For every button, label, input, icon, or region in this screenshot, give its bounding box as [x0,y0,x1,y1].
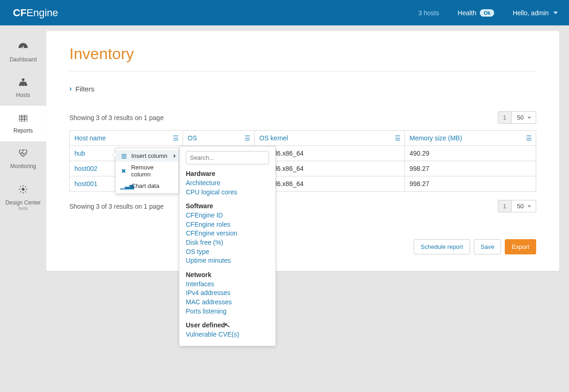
submenu-item[interactable]: CFEngine ID [186,211,269,220]
submenu-group-title: Network [186,271,269,278]
submenu-item[interactable]: Architecture [186,179,269,188]
export-button[interactable]: Export [505,239,536,254]
submenu-item[interactable]: Ports listening [186,307,269,316]
svg-line-17 [25,187,26,187]
cell-memory: 998.27 [405,161,536,176]
sidebar-item-dashboard[interactable]: Dashboard [0,35,46,70]
chart-icon: ▁▃▅ [120,182,128,189]
pager-page-number[interactable]: 1 [498,111,511,124]
cell-kernel: 431.el6.x86_64 [255,176,405,192]
svg-rect-4 [19,115,27,121]
logo-light: Engine [26,7,58,18]
design-center-icon [2,185,44,196]
results-text: Showing 3 of 3 results on 1 page [69,203,164,210]
chevron-down-icon [553,12,558,14]
pager-page-number[interactable]: 1 [498,200,511,212]
sidebar-item-monitoring[interactable]: Monitoring [0,141,46,177]
insert-column-icon: ▥ [120,152,128,159]
submenu-item[interactable]: CFEngine version [186,229,269,238]
dashboard-icon [2,43,44,53]
hosts-count-link[interactable]: 3 hosts [418,9,439,17]
th-label: OS kernel [259,134,288,142]
remove-icon: ✖ [120,168,128,175]
submenu-item[interactable]: IPv4 addresses [186,289,269,298]
filters-toggle[interactable]: › Filters [69,84,536,93]
th-os[interactable]: OS ☰ [183,131,255,146]
caret-down-icon [527,205,531,207]
sidebar: Dashboard Hosts Reports Monitoring Desig… [0,25,46,392]
th-label: Host name [74,134,106,142]
th-memory[interactable]: Memory size (MB) ☰ [405,131,536,146]
cell-memory: 998.27 [405,176,536,192]
svg-rect-3 [25,84,27,86]
column-menu-icon[interactable]: ☰ [245,134,251,142]
schedule-report-button[interactable]: Schedule report [414,239,470,254]
host-link[interactable]: host001 [74,180,98,187]
page-size-value: 50 [517,114,524,121]
cell-kernel: 431.el6.x86_64 [255,161,405,176]
ctx-label: Insert column [131,152,167,159]
column-menu-icon[interactable]: ☰ [526,134,532,142]
filters-label: Filters [75,85,94,93]
svg-line-16 [20,192,21,193]
submenu-item[interactable]: MAC addresses [186,298,269,307]
submenu-item[interactable]: OS type [186,247,269,257]
submenu-item[interactable]: CPU logical cores [186,188,269,197]
results-text: Showing 3 of 3 results on 1 page [69,114,164,121]
sidebar-item-reports[interactable]: Reports [0,106,46,141]
health-badge: Ok [480,9,494,17]
cell-kernel: 431.el6.x86_64 [255,146,405,161]
caret-right-icon [174,154,176,158]
ctx-remove-column[interactable]: ✖ Remove column [116,162,178,180]
host-link[interactable]: host002 [74,165,98,172]
submenu-item[interactable]: Interfaces [186,280,269,289]
app-logo: CFEngine [13,7,58,19]
th-host-name[interactable]: Host name ☰ [70,131,183,146]
pager-page-size[interactable]: 50 [512,111,536,124]
hosts-icon [2,78,44,88]
svg-rect-1 [19,84,21,86]
save-button[interactable]: Save [474,239,502,254]
health-indicator[interactable]: Health Ok [458,9,494,17]
chevron-right-icon: › [69,84,72,93]
caret-down-icon [527,117,531,119]
column-menu-icon[interactable]: ☰ [395,134,401,142]
svg-line-15 [25,192,26,193]
submenu-group-title: Hardware [186,170,269,177]
submenu-group-title: Software [186,202,269,210]
ctx-chart-data[interactable]: ▁▃▅ Chart data [116,180,178,192]
host-link[interactable]: hub [74,150,85,157]
sidebar-item-label: Hosts [16,92,31,98]
sidebar-item-label: Dashboard [10,56,37,63]
logo-bold: CF [13,7,26,18]
sidebar-item-label: Reports [13,127,33,134]
user-menu[interactable]: Hello, admin [513,9,558,17]
th-label: Memory size (MB) [410,134,462,142]
submenu-item[interactable]: Disk free (%) [186,238,269,247]
svg-point-9 [22,188,24,191]
monitoring-icon [2,150,44,159]
column-menu-icon[interactable]: ☰ [173,134,179,142]
page-size-value: 50 [517,203,524,210]
sidebar-item-hosts[interactable]: Hosts [0,70,46,106]
results-bar-bottom: Showing 3 of 3 results on 1 page 1 50 [69,200,536,212]
user-greeting: Hello, admin [513,9,549,17]
sidebar-item-design-center[interactable]: Design Center beta [0,177,46,218]
sidebar-item-label: Design Center [6,199,41,206]
submenu-item[interactable]: Uptime minutes [186,256,269,265]
ctx-label: Chart data [131,182,159,189]
column-context-menu: ▥ Insert column ✖ Remove column ▁▃▅ Char… [115,148,179,194]
app-header: CFEngine 3 hosts Health Ok Hello, admin [0,0,569,25]
column-search-input[interactable] [186,151,269,164]
sidebar-item-label: Monitoring [10,163,36,169]
th-os-kernel[interactable]: OS kernel ☰ [255,131,405,146]
submenu-item[interactable]: Vulnerable CVE(s) [186,330,269,339]
insert-column-submenu: HardwareArchitectureCPU logical coresSof… [179,146,276,346]
ctx-insert-column[interactable]: ▥ Insert column [116,150,178,162]
page-title: Inventory [69,45,536,72]
svg-rect-0 [22,78,24,80]
pager-page-size[interactable]: 50 [512,200,536,212]
submenu-item[interactable]: CFEngine roles [186,220,269,229]
pager-bottom: 1 50 [498,200,536,212]
svg-line-14 [20,187,21,187]
